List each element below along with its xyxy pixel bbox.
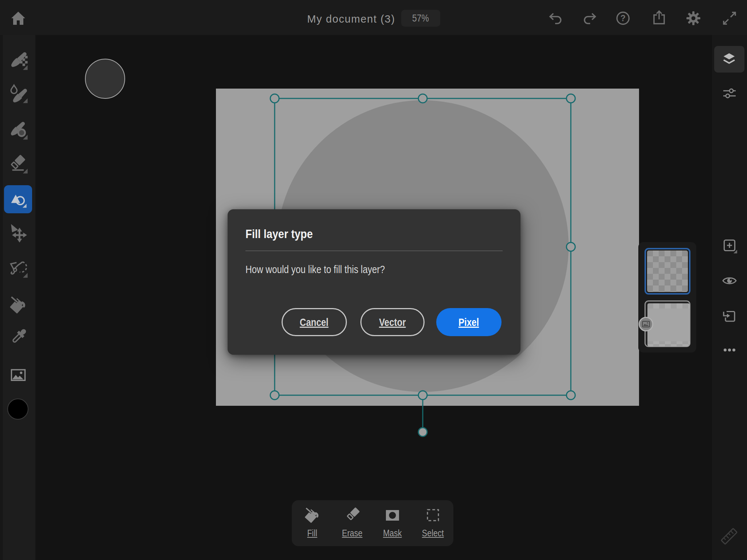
svg-text:?: ? xyxy=(620,13,626,23)
